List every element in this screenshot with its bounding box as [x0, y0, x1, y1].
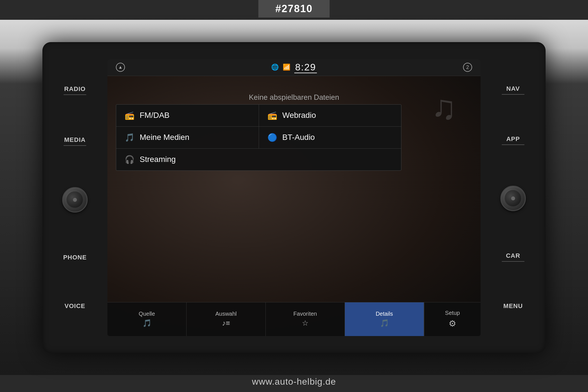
- up-arrow-icon[interactable]: ▲: [116, 63, 125, 72]
- globe-icon: 🌐: [271, 64, 279, 71]
- setup-gear-icon: ⚙: [449, 319, 456, 328]
- website-label: www.auto-helbig.de: [252, 376, 336, 387]
- fm-dab-icon: 📻: [125, 111, 135, 120]
- car-frame: RADIO MEDIA PHONE VOICE: [0, 20, 588, 375]
- top-bar-right: 2: [463, 63, 472, 72]
- fm-dab-button[interactable]: 📻 FM/DAB: [116, 105, 259, 126]
- tab-quelle[interactable]: Quelle 🎵: [107, 302, 187, 336]
- bottom-tab-bar: Quelle 🎵 Auswahl ♪≡ Favoriten ☆ Details …: [107, 302, 481, 336]
- left-knob[interactable]: [62, 187, 88, 213]
- radio-button[interactable]: RADIO: [64, 85, 86, 95]
- screen-content: ♫ Keine abspielbaren Dateien 📻 FM/DAB 📻 …: [107, 76, 481, 336]
- webradio-label: Webradio: [282, 111, 316, 120]
- music-note-icon: ♫: [418, 82, 469, 133]
- my-media-button[interactable]: 🎵 Meine Medien: [116, 127, 259, 148]
- bt-audio-icon: 🔵: [267, 133, 277, 142]
- setup-label: Setup: [445, 310, 460, 316]
- webradio-icon: 📻: [267, 111, 277, 120]
- media-button[interactable]: MEDIA: [64, 136, 86, 146]
- menu-button[interactable]: MENU: [503, 302, 523, 310]
- clock-display: 8:29: [295, 62, 316, 73]
- signal-icon: 📶: [283, 64, 290, 71]
- screen-top-bar: ▲ 🌐 📶 8:29 2: [107, 59, 481, 76]
- media-row-2: 🎵 Meine Medien 🔵 BT-Audio: [116, 127, 401, 149]
- top-bar-center: 🌐 📶 8:29: [271, 62, 317, 73]
- phone-button[interactable]: PHONE: [63, 254, 87, 261]
- time-underline: [294, 73, 317, 73]
- tab-favoriten[interactable]: Favoriten ☆: [266, 302, 345, 336]
- webradio-button[interactable]: 📻 Webradio: [259, 105, 401, 126]
- nav-button[interactable]: NAV: [502, 85, 524, 95]
- setup-button[interactable]: Setup ⚙: [424, 302, 481, 336]
- voice-button[interactable]: VOICE: [64, 302, 85, 310]
- tab-details-label: Details: [376, 311, 393, 317]
- tab-favoriten-label: Favoriten: [293, 311, 317, 317]
- streaming-icon: 🎧: [125, 155, 135, 164]
- media-row-1: 📻 FM/DAB 📻 Webradio: [116, 105, 401, 127]
- notification-badge: 2: [463, 63, 472, 72]
- my-media-icon: 🎵: [125, 133, 135, 142]
- knob-dot: [73, 198, 77, 202]
- car-button[interactable]: CAR: [502, 252, 524, 262]
- tab-details[interactable]: Details 🎵: [345, 302, 424, 336]
- listing-id-label: #27810: [258, 0, 330, 18]
- fm-dab-label: FM/DAB: [140, 111, 170, 120]
- infotainment-screen: ▲ 🌐 📶 8:29 2: [107, 59, 481, 336]
- right-knob[interactable]: [500, 186, 526, 211]
- tab-quelle-icon: 🎵: [142, 319, 152, 328]
- streaming-button[interactable]: 🎧 Streaming: [116, 149, 259, 170]
- right-controls: NAV APP CAR MENU: [481, 42, 546, 353]
- tab-quelle-label: Quelle: [139, 311, 155, 317]
- my-media-label: Meine Medien: [140, 133, 189, 142]
- tab-auswahl-label: Auswahl: [215, 311, 237, 317]
- no-files-message: Keine abspielbaren Dateien: [249, 93, 339, 102]
- head-unit: RADIO MEDIA PHONE VOICE: [42, 42, 546, 353]
- bt-audio-label: BT-Audio: [282, 133, 315, 142]
- tab-favoriten-icon: ☆: [302, 319, 308, 328]
- tab-auswahl-icon: ♪≡: [222, 319, 230, 328]
- streaming-label: Streaming: [140, 155, 176, 164]
- right-knob-dot: [511, 196, 515, 200]
- media-row-3: 🎧 Streaming: [116, 149, 401, 170]
- bt-audio-button[interactable]: 🔵 BT-Audio: [259, 127, 401, 148]
- media-source-menu: 📻 FM/DAB 📻 Webradio 🎵 Meine Medien: [116, 104, 401, 171]
- tab-auswahl[interactable]: Auswahl ♪≡: [187, 302, 266, 336]
- app-button[interactable]: APP: [502, 135, 524, 145]
- top-bar-left: ▲: [116, 63, 125, 72]
- tab-details-icon: 🎵: [380, 319, 389, 328]
- left-controls: RADIO MEDIA PHONE VOICE: [42, 42, 107, 353]
